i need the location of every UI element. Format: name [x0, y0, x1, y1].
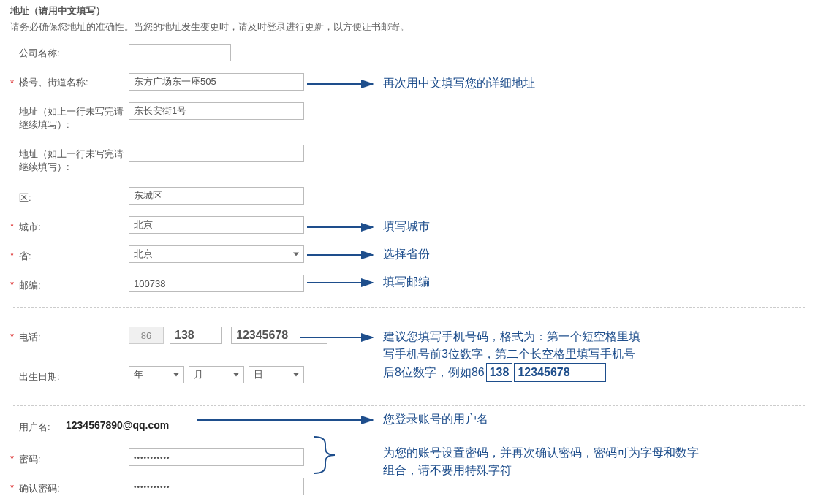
province-label: 省: — [19, 245, 129, 263]
caret-down-icon — [293, 253, 299, 256]
birth-day-select[interactable]: 日 — [249, 366, 304, 383]
city-label: 城市: — [19, 216, 129, 234]
province-value: 北京 — [134, 248, 153, 261]
username-label: 用户名: — [19, 416, 66, 434]
password-input[interactable] — [129, 448, 304, 466]
required-mark: * — [10, 478, 16, 498]
required-mark: * — [10, 216, 16, 237]
birth-month-select[interactable]: 月 — [189, 366, 244, 383]
annot-username: 您登录账号的用户名 — [383, 411, 488, 428]
required-mark: * — [10, 245, 16, 266]
street-input[interactable] — [129, 73, 304, 91]
section-desc: 请务必确保您地址的准确性。当您的地址发生变更时，请及时登录进行更新，以方便证书邮… — [10, 20, 808, 34]
phone-number-input[interactable] — [231, 327, 327, 344]
postcode-label: 邮编: — [19, 275, 129, 292]
birth-year-select[interactable]: 年 — [129, 366, 184, 383]
province-select[interactable]: 北京 — [129, 245, 304, 263]
section-title: 地址（请用中文填写） — [10, 4, 808, 18]
annot-province: 选择省份 — [383, 245, 430, 263]
phone-prefix-input[interactable] — [170, 327, 222, 344]
annot-street: 再次用中文填写您的详细地址 — [383, 75, 535, 92]
addr3-label: 地址（如上一行未写完请继续填写）: — [19, 145, 129, 174]
phone-label: 电话: — [19, 327, 129, 344]
caret-down-icon — [293, 373, 299, 377]
district-input[interactable] — [129, 187, 304, 205]
phone-country-input[interactable] — [129, 327, 164, 344]
addr2-input[interactable] — [129, 102, 304, 120]
district-label: 区: — [19, 187, 129, 205]
addr3-input[interactable] — [129, 145, 304, 162]
required-mark: * — [10, 327, 16, 347]
addr2-label: 地址（如上一行未写完请继续填写）: — [19, 102, 129, 131]
company-label: 公司名称: — [19, 44, 129, 60]
company-input[interactable] — [129, 44, 231, 61]
required-mark: * — [10, 73, 16, 93]
city-input[interactable] — [129, 216, 304, 234]
annot-phone: 建议您填写手机号码，格式为：第一个短空格里填 写手机号前3位数字，第二个长空格里… — [383, 328, 690, 382]
birthdate-label: 出生日期: — [19, 366, 129, 383]
caret-down-icon — [233, 373, 239, 377]
annot-password: 为您的账号设置密码，并再次确认密码，密码可为字母和数字组合，请不要用特殊字符 — [383, 444, 705, 479]
street-label: 楼号、街道名称: — [19, 73, 129, 89]
example-prefix: 138 — [486, 363, 513, 382]
username-value: 1234567890@qq.com — [66, 416, 169, 431]
confirm-label: 确认密码: — [19, 478, 129, 495]
example-number: 12345678 — [514, 363, 605, 382]
birth-month-value: 月 — [194, 368, 203, 381]
required-mark: * — [10, 448, 16, 469]
annot-city: 填写城市 — [383, 218, 430, 235]
annot-postcode: 填写邮编 — [383, 273, 430, 291]
birth-day-value: 日 — [254, 368, 263, 381]
confirm-input[interactable] — [129, 478, 304, 495]
birth-year-value: 年 — [134, 368, 143, 381]
caret-down-icon — [173, 373, 179, 377]
required-mark: * — [10, 275, 16, 295]
password-label: 密码: — [19, 448, 129, 466]
postcode-input[interactable] — [129, 275, 304, 292]
